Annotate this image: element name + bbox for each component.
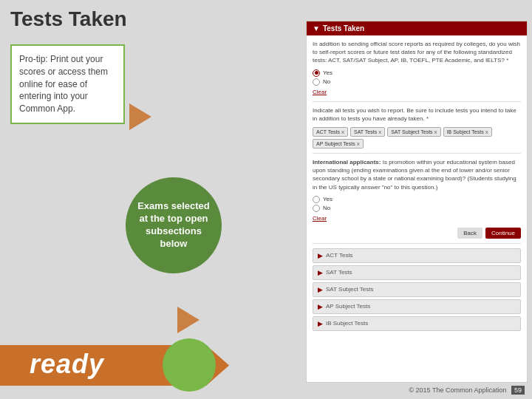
callout-circle: Exams selected at the top open subsectio… xyxy=(126,177,222,273)
tag-sat-subject-remove[interactable]: x xyxy=(434,129,437,135)
divider-2 xyxy=(313,153,521,154)
form-panel-header: ▼ Tests Taken xyxy=(307,21,527,35)
page-number: 59 xyxy=(511,386,525,395)
form-panel: ▼ Tests Taken In addition to sending off… xyxy=(306,21,528,383)
subsection-sat[interactable]: ▶ SAT Tests xyxy=(313,265,521,280)
ready-text: ready xyxy=(30,349,104,380)
radio-yes-dot xyxy=(313,69,320,77)
tag-sat-subject-label: SAT Subject Tests xyxy=(391,129,432,134)
tag-ap[interactable]: AP Subject Tests x xyxy=(313,139,364,149)
subsection-ib-label: IB Subject Tests xyxy=(326,320,368,327)
subsection-sat-label: SAT Tests xyxy=(326,269,352,276)
subsection-ap-arrow-icon: ▶ xyxy=(318,303,323,310)
intl-radio-yes-label: Yes xyxy=(323,196,332,202)
clear-link-1[interactable]: Clear xyxy=(313,89,521,95)
clear-link-2[interactable]: Clear xyxy=(313,215,521,222)
test-tag-row: ACT Tests x SAT Tests x SAT Subject Test… xyxy=(313,127,521,149)
subsection-sat-subject-arrow-icon: ▶ xyxy=(318,286,323,293)
intro-text: In addition to sending official score re… xyxy=(313,40,521,65)
subsection-ap-label: AP Subject Tests xyxy=(326,303,370,310)
tag-ib-label: IB Subject Tests xyxy=(447,129,484,134)
form-actions: Back Continue xyxy=(313,228,521,239)
subsection-ib-arrow-icon: ▶ xyxy=(318,320,323,327)
intl-label: International applicants: xyxy=(313,159,381,166)
page-title: Tests Taken xyxy=(10,7,127,31)
ready-circle xyxy=(163,338,216,392)
tag-act[interactable]: ACT Tests x xyxy=(313,127,348,137)
subsection-act-arrow-icon: ▶ xyxy=(318,252,323,259)
subsection-sat-subject-label: SAT Subject Tests xyxy=(326,286,373,293)
intl-radio-group: Yes No xyxy=(313,196,521,212)
tag-ap-label: AP Subject Tests xyxy=(316,141,355,146)
protip-box: Pro-tip: Print out your scores or access… xyxy=(10,44,125,124)
subsection-ib[interactable]: ▶ IB Subject Tests xyxy=(313,316,521,331)
subsection-ap[interactable]: ▶ AP Subject Tests xyxy=(313,299,521,314)
back-button[interactable]: Back xyxy=(457,228,482,239)
radio-no-label: No xyxy=(323,78,330,85)
subsection-sat-subject[interactable]: ▶ SAT Subject Tests xyxy=(313,282,521,297)
tag-sat-label: SAT Tests xyxy=(354,129,377,134)
radio-yes[interactable]: Yes xyxy=(313,69,521,77)
form-panel-body: In addition to sending official score re… xyxy=(307,35,527,338)
subsection-act-label: ACT Tests xyxy=(326,252,353,259)
subsection-sat-arrow-icon: ▶ xyxy=(318,269,323,276)
intl-radio-yes-dot xyxy=(313,196,320,203)
radio-no[interactable]: No xyxy=(313,78,521,86)
subsection-act[interactable]: ▶ ACT Tests xyxy=(313,248,521,263)
indicate-text: Indicate all tests you wish to report. B… xyxy=(313,106,521,123)
copyright-text: © 2015 The Common Application xyxy=(409,386,506,394)
divider-3 xyxy=(313,243,521,244)
intl-section: International applicants: Is promotion w… xyxy=(313,158,521,191)
protip-arrow-icon xyxy=(129,103,174,130)
form-panel-title: Tests Taken xyxy=(323,24,364,33)
yes-no-radio-group: Yes No xyxy=(313,69,521,86)
tag-act-remove[interactable]: x xyxy=(341,129,344,135)
tag-sat-remove[interactable]: x xyxy=(378,129,381,135)
tag-ap-remove[interactable]: x xyxy=(357,140,360,147)
tag-sat[interactable]: SAT Tests x xyxy=(350,127,385,137)
tag-ib[interactable]: IB Subject Tests x xyxy=(443,127,492,137)
collapse-icon[interactable]: ▼ xyxy=(313,24,320,33)
intl-radio-no[interactable]: No xyxy=(313,205,521,212)
copyright: © 2015 The Common Application 59 xyxy=(409,386,525,395)
continue-button[interactable]: Continue xyxy=(485,228,521,239)
tag-act-label: ACT Tests xyxy=(316,129,340,134)
intl-radio-yes[interactable]: Yes xyxy=(313,196,521,203)
intl-radio-no-label: No xyxy=(323,205,330,211)
divider-1 xyxy=(313,101,521,102)
callout-arrow-icon xyxy=(177,307,222,333)
tag-sat-subject[interactable]: SAT Subject Tests x xyxy=(387,127,440,137)
radio-no-dot xyxy=(313,78,320,86)
radio-yes-label: Yes xyxy=(323,69,332,76)
tag-ib-remove[interactable]: x xyxy=(485,129,488,135)
intl-radio-no-dot xyxy=(313,205,320,212)
